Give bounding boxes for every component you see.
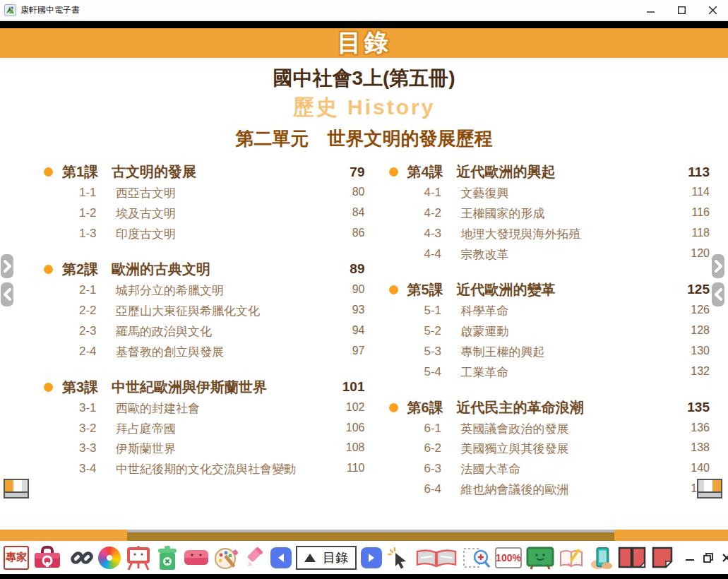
chevron-left-button[interactable]: [1, 282, 13, 306]
chevron-right-button[interactable]: [1, 254, 13, 278]
minimize-button[interactable]: [635, 0, 666, 20]
chalkboard-icon: [526, 546, 554, 570]
app-minimize-button[interactable]: [683, 547, 697, 568]
sub-item-page-number: 106: [335, 422, 365, 434]
sub-item-number: 3-3: [79, 441, 116, 458]
toc-sub-item[interactable]: 3-3伊斯蘭世界108: [44, 441, 365, 458]
toc-sub-item[interactable]: 1-2埃及古文明84: [44, 206, 365, 222]
horizontal-scrollbar-track[interactable]: [0, 530, 728, 541]
toc-sub-item[interactable]: 5-4工業革命132: [389, 365, 710, 381]
sub-item-number: 5-4: [424, 365, 461, 381]
sub-item-page-number: 84: [335, 206, 365, 219]
link-button[interactable]: [70, 546, 94, 570]
sub-item-number: 6-2: [424, 441, 461, 458]
lesson-label: 第5課: [407, 280, 457, 299]
prev-page-button[interactable]: [270, 547, 292, 568]
toc-sub-item[interactable]: 3-2拜占庭帝國106: [44, 422, 365, 438]
sub-item-title: 拜占庭帝國: [116, 422, 335, 438]
lesson-heading[interactable]: 第5課近代歐洲的變革125: [389, 280, 710, 299]
toc-sub-item[interactable]: 6-2美國獨立與其後發展138: [389, 441, 710, 458]
lesson-heading[interactable]: 第2課歐洲的古典文明89: [44, 260, 365, 279]
chevron-left-icon: [4, 288, 11, 301]
easel-icon: [125, 545, 152, 571]
sub-item-page-number: 114: [680, 186, 710, 198]
toc-sub-item[interactable]: 2-2亞歷山大東征與希臘化文化93: [44, 304, 365, 320]
triangle-left-icon: [276, 553, 286, 563]
chevron-right-button[interactable]: [712, 254, 724, 278]
sub-item-title: 宗教改革: [461, 247, 681, 263]
corner-graphic: [698, 480, 721, 491]
sub-item-title: 英國議會政治的發展: [461, 422, 681, 438]
toc-sub-item[interactable]: 6-1英國議會政治的發展136: [389, 422, 710, 438]
close-button[interactable]: [697, 0, 728, 20]
sub-item-title: 伊斯蘭世界: [116, 441, 335, 458]
zoom-level-indicator[interactable]: 100%: [495, 547, 522, 568]
mobile-device-button[interactable]: [590, 545, 614, 571]
next-page-button[interactable]: [361, 547, 382, 568]
toc-sub-item[interactable]: 3-4中世紀後期的文化交流與社會變動110: [44, 462, 365, 478]
palette-button[interactable]: [214, 546, 239, 570]
single-page-view-button[interactable]: [650, 547, 674, 569]
open-book-button[interactable]: [414, 546, 458, 570]
toc-sub-item[interactable]: 2-4基督教的創立與發展97: [44, 345, 365, 361]
horizontal-scrollbar-thumb[interactable]: [127, 530, 614, 541]
phone-icon: [590, 545, 614, 571]
zoom-area-button[interactable]: [463, 545, 491, 571]
close-icon: [722, 554, 728, 562]
marker-button[interactable]: [244, 547, 266, 569]
sub-item-title: 專制王權的興起: [461, 345, 681, 361]
palette-icon: [214, 546, 239, 570]
page-corner-toggle-left[interactable]: [4, 479, 29, 499]
sub-item-page-number: 94: [335, 324, 365, 337]
toc-sub-item[interactable]: 5-2啟蒙運動128: [389, 324, 710, 340]
toc-sub-item[interactable]: 2-3羅馬的政治與文化94: [44, 324, 365, 340]
link-icon: [70, 546, 94, 570]
sub-item-number: 3-1: [79, 401, 116, 417]
toc-sub-item[interactable]: 5-3專制王權的興起130: [389, 345, 710, 361]
toolbox-button[interactable]: [33, 546, 61, 570]
lesson-title: 古文明的發展: [112, 162, 333, 181]
sub-item-number: 2-3: [79, 324, 116, 340]
toc-sub-item[interactable]: 4-2王權國家的形成116: [389, 206, 710, 222]
chevron-right-icon: [715, 260, 722, 273]
lesson-heading[interactable]: 第6課近代民主的革命浪潮135: [389, 398, 710, 417]
notebook-button[interactable]: [559, 547, 585, 569]
trash-button[interactable]: [156, 545, 179, 571]
toc-sub-item[interactable]: 4-1文藝復興114: [389, 186, 710, 202]
chevron-left-button[interactable]: [712, 282, 724, 306]
toc-sub-item[interactable]: 1-1西亞古文明80: [44, 186, 365, 202]
eraser-button[interactable]: [183, 548, 210, 568]
toc-sub-item[interactable]: 2-1城邦分立的希臘文明90: [44, 283, 365, 299]
maximize-button[interactable]: [666, 0, 697, 20]
window-title: 康軒國中電子書: [20, 4, 80, 16]
lesson-block: 第4課近代歐洲的興起1134-1文藝復興1144-2王權國家的形成1164-3地…: [389, 162, 710, 263]
toc-banner: 目錄: [0, 28, 728, 58]
toc-sub-item[interactable]: 4-3地理大發現與海外拓殖118: [389, 227, 710, 243]
toc-sub-item[interactable]: 6-4維也納會議後的歐洲142: [389, 482, 710, 499]
color-tools-button[interactable]: [98, 547, 121, 569]
sub-item-title: 科學革命: [461, 304, 681, 320]
lesson-title: 近代歐洲的興起: [457, 162, 678, 181]
toc-sub-item[interactable]: 5-1科學革命126: [389, 304, 710, 320]
sub-item-page-number: 108: [335, 441, 365, 454]
toc-banner-title: 目錄: [338, 27, 391, 59]
toc-sub-item[interactable]: 4-4宗教改革120: [389, 247, 710, 263]
page-corner-toggle-right[interactable]: [697, 479, 722, 499]
sub-item-title: 地理大發現與海外拓殖: [461, 227, 681, 243]
two-page-view-button[interactable]: [618, 547, 646, 569]
cursor-button[interactable]: [386, 546, 410, 570]
lesson-heading[interactable]: 第3課中世紀歐洲與伊斯蘭世界101: [44, 378, 365, 397]
easel-button[interactable]: [125, 545, 152, 571]
sub-item-number: 1-1: [79, 186, 116, 202]
app-restore-button[interactable]: [701, 547, 715, 568]
toc-sub-item[interactable]: 1-3印度古文明86: [44, 227, 365, 243]
right-edge-nav: [712, 254, 724, 306]
lesson-heading[interactable]: 第4課近代歐洲的興起113: [389, 162, 710, 181]
app-close-button[interactable]: [720, 547, 728, 568]
toc-sub-item[interactable]: 3-1西歐的封建社會102: [44, 401, 365, 417]
toc-sub-item[interactable]: 6-3法國大革命140: [389, 462, 710, 478]
expert-button[interactable]: 專家: [4, 546, 29, 570]
chalkboard-button[interactable]: [526, 546, 554, 570]
page-selector[interactable]: 目錄: [296, 546, 357, 570]
lesson-heading[interactable]: 第1課古文明的發展79: [44, 162, 365, 181]
